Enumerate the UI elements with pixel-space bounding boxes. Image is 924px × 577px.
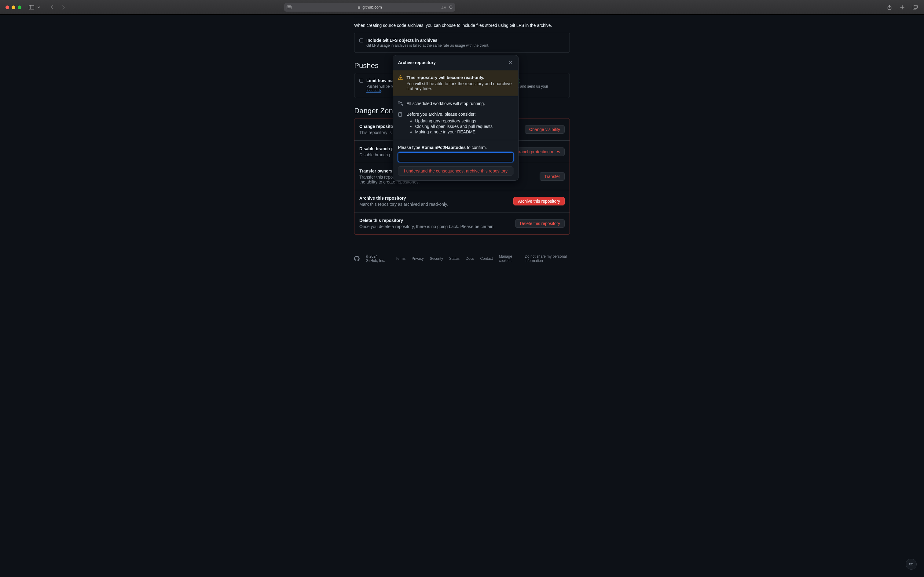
warning-subtitle: You will still be able to fork the repos… bbox=[406, 81, 513, 91]
close-dialog-button[interactable] bbox=[507, 60, 513, 66]
confirm-input[interactable] bbox=[398, 152, 513, 162]
consider-item: Closing all open issues and pull request… bbox=[415, 124, 493, 129]
warning-banner: This repository will become read-only. Y… bbox=[393, 70, 518, 96]
share-button[interactable] bbox=[886, 4, 893, 11]
svg-rect-15 bbox=[399, 113, 402, 117]
consider-item: Making a note in your README bbox=[415, 129, 493, 134]
back-button[interactable] bbox=[49, 4, 56, 11]
svg-rect-9 bbox=[913, 6, 916, 9]
fullscreen-window-button[interactable] bbox=[18, 5, 21, 9]
modal-backdrop: Archive repository This repository will … bbox=[0, 15, 924, 577]
translate-icon[interactable]: 文A bbox=[441, 5, 446, 10]
warning-title: This repository will become read-only. bbox=[406, 75, 513, 80]
sidebar-toggle-button[interactable] bbox=[28, 4, 35, 11]
svg-rect-0 bbox=[29, 5, 34, 9]
workflow-icon bbox=[398, 102, 403, 106]
url-host: github.com bbox=[362, 5, 382, 10]
reader-icon[interactable] bbox=[287, 5, 291, 9]
svg-point-18 bbox=[910, 564, 911, 564]
close-icon bbox=[508, 60, 512, 65]
svg-point-12 bbox=[400, 79, 401, 79]
consider-list: Updating any repository settings Closing… bbox=[415, 118, 493, 134]
tab-groups-chevron-icon[interactable] bbox=[36, 4, 42, 11]
consider-item: Updating any repository settings bbox=[415, 118, 493, 123]
forward-button[interactable] bbox=[60, 4, 66, 11]
reload-button[interactable] bbox=[449, 5, 453, 10]
window-controls bbox=[5, 5, 21, 9]
checklist-icon bbox=[398, 112, 403, 117]
consider-lead: Before you archive, please consider: bbox=[406, 112, 493, 117]
svg-point-19 bbox=[912, 564, 913, 564]
svg-rect-13 bbox=[398, 102, 400, 103]
alert-triangle-icon bbox=[398, 75, 403, 80]
assistant-floating-button[interactable] bbox=[906, 559, 917, 570]
confirm-archive-button[interactable]: I understand the consequences, archive t… bbox=[398, 166, 513, 176]
confirm-label: Please type RomainPct/Habitudes to confi… bbox=[398, 145, 513, 150]
minimize-window-button[interactable] bbox=[11, 5, 15, 9]
confirm-repo-name: RomainPct/Habitudes bbox=[422, 145, 466, 150]
new-tab-button[interactable] bbox=[899, 4, 906, 11]
browser-toolbar: github.com 文A bbox=[0, 0, 924, 15]
lock-icon bbox=[357, 5, 360, 9]
copilot-icon bbox=[908, 561, 914, 567]
tab-overview-button[interactable] bbox=[912, 4, 919, 11]
close-window-button[interactable] bbox=[5, 5, 9, 9]
svg-rect-6 bbox=[358, 7, 360, 9]
dialog-title: Archive repository bbox=[398, 60, 436, 65]
workflows-note: All scheduled workflows will stop runnin… bbox=[406, 101, 485, 106]
address-bar[interactable]: github.com 文A bbox=[284, 3, 455, 11]
svg-text:文A: 文A bbox=[441, 6, 446, 9]
archive-confirm-dialog: Archive repository This repository will … bbox=[393, 55, 519, 181]
svg-rect-14 bbox=[401, 105, 402, 106]
